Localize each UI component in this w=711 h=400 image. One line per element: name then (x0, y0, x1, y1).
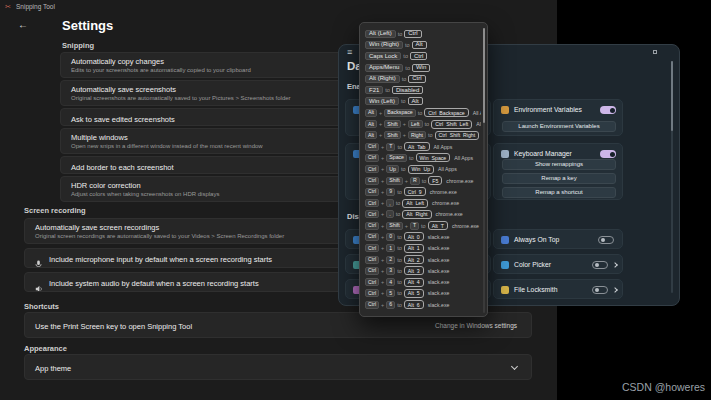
target-app-label: chrome.exe (430, 189, 457, 195)
target-key: Alt (432, 223, 438, 229)
target-app-label: All Apps (434, 144, 453, 150)
source-key-chip: Ctrl (365, 177, 379, 185)
watermark: CSDN @howeres (622, 381, 705, 393)
target-app-label: chrome.exe (452, 223, 479, 229)
popup-scrollbar[interactable] (483, 28, 485, 313)
window-control-icon[interactable] (653, 50, 657, 54)
launch-environment-variables-button[interactable]: Launch Environment Variables (502, 121, 616, 132)
scrollbar-thumb[interactable] (671, 61, 673, 131)
show-remappings-button[interactable]: Show remappings (502, 159, 616, 170)
to-label: to (397, 189, 402, 195)
target-key: Alt (408, 290, 414, 296)
source-key-chip: Ctrl (365, 199, 379, 207)
to-label: to (396, 200, 401, 206)
plus-separator: + (381, 155, 384, 161)
plus-separator: + (381, 166, 384, 172)
target-key: Right (463, 132, 475, 138)
powertoys-scrollbar[interactable] (671, 61, 673, 293)
setting-title: App theme (35, 364, 531, 373)
target-keys-box: Alt4 (404, 278, 424, 287)
source-key-chip: , (386, 199, 393, 207)
plus-separator: + (381, 144, 384, 150)
to-label: to (385, 87, 390, 93)
change-in-windows-settings-link[interactable]: Change in Windows settings (435, 322, 517, 329)
target-keys-box: Alt5 (404, 289, 424, 298)
plus-separator: + (381, 268, 384, 274)
keyboard-remap-popup[interactable]: Alt (Left)toCtrlWin (Right)toAltCaps Loc… (359, 22, 488, 317)
chevron-right-icon (612, 262, 618, 268)
always-on-top-card[interactable]: Always On Top (493, 229, 623, 249)
target-key-chip: Ctrl (408, 75, 425, 83)
titlebar[interactable]: ✂ Snipping Tool (0, 0, 557, 14)
target-key: Alt (408, 234, 414, 240)
plus-separator: + (381, 200, 384, 206)
target-key: Alt (408, 302, 414, 308)
to-label: to (397, 245, 402, 251)
remap-shortcut-row: Ctrl+1toAlt1slack.exe (365, 243, 481, 254)
target-keys-box: Ctrl9 (404, 187, 426, 196)
speaker-icon (35, 279, 43, 292)
plus-separator: + (405, 223, 408, 229)
source-key-chip: Shift (384, 120, 400, 128)
target-key: Left (460, 121, 469, 127)
source-key-chip: . (386, 210, 393, 218)
source-key-chip: Shift (384, 131, 400, 139)
plus-separator: + (381, 223, 384, 229)
remap-shortcut-row: Ctrl+Shift+RtoF5chrome.exe (365, 175, 481, 186)
file-locksmith-icon (501, 286, 509, 294)
scrollbar-thumb[interactable] (483, 28, 485, 123)
target-key: Shift (450, 132, 460, 138)
source-key-chip: Win (Left) (365, 97, 399, 105)
hamburger-icon[interactable]: ≡ (347, 47, 352, 57)
back-button[interactable]: ← (18, 19, 28, 30)
source-key-chip: 3 (386, 267, 395, 275)
target-app-label: chrome.exe (432, 200, 459, 206)
target-key: Alt (408, 268, 414, 274)
target-keys-box: AltTab (404, 142, 429, 151)
remap-rows: Alt (Left)toCtrlWin (Right)toAltCaps Loc… (365, 28, 481, 310)
remap-a-shortcut-button[interactable]: Remap a shortcut (502, 187, 616, 198)
source-key-chip: Apps/Menu (365, 64, 403, 72)
environment-variables-card[interactable]: Environment Variables Launch Environment… (493, 99, 623, 136)
always-on-top-toggle[interactable] (598, 236, 614, 244)
keyboard-manager-toggle[interactable] (600, 150, 616, 158)
chevron-right-icon (612, 287, 618, 293)
source-key-chip: Ctrl (365, 210, 379, 218)
section-label-shortcuts: Shortcuts (24, 302, 59, 311)
target-key: Alt (406, 200, 412, 206)
target-app-label: All Apps (438, 166, 457, 172)
target-key-chip: Disabled (392, 86, 423, 94)
target-app-label: slack.exe (428, 234, 450, 240)
source-key-chip: Right (408, 131, 426, 139)
target-key: 4 (417, 279, 420, 285)
source-key-chip: Ctrl (365, 154, 379, 162)
target-key: Backspace (439, 110, 464, 116)
target-key-chip: Alt (408, 97, 423, 105)
target-app-label: slack.exe (428, 257, 450, 263)
target-key: 1 (417, 245, 420, 251)
always-on-top-icon (501, 236, 509, 244)
window-title: Snipping Tool (16, 3, 55, 10)
color-picker-toggle[interactable] (592, 261, 608, 269)
target-app-label: All Apps (454, 155, 473, 161)
source-key-chip: F21 (365, 86, 383, 94)
remap-shortcut-row: Alt+BackspacetoCtrlBackspaceAll Apps (365, 107, 481, 118)
section-label-appearance: Appearance (24, 344, 67, 353)
remap-a-key-button[interactable]: Remap a key (502, 173, 616, 184)
target-key: Alt (406, 211, 412, 217)
environment-variables-toggle[interactable] (600, 106, 616, 114)
setting-app-theme[interactable]: App theme (24, 354, 532, 380)
keyboard-manager-card[interactable]: Keyboard Manager Show remappings Remap a… (493, 143, 623, 200)
remap-shortcut-row: Ctrl+2toAlt2slack.exe (365, 254, 481, 265)
target-key: Alt (408, 144, 414, 150)
color-picker-card[interactable]: Color Picker (493, 254, 623, 274)
target-keys-box: Alt6 (404, 300, 424, 309)
target-key-chip: Alt (412, 41, 427, 49)
source-key-chip: Ctrl (365, 256, 379, 264)
to-label: to (397, 279, 402, 285)
file-locksmith-toggle[interactable] (592, 286, 608, 294)
file-locksmith-card[interactable]: File Locksmith (493, 279, 623, 299)
target-key: Ctrl (408, 189, 416, 195)
target-key-chip: Ctrl (404, 30, 421, 38)
plus-separator: + (381, 257, 384, 263)
